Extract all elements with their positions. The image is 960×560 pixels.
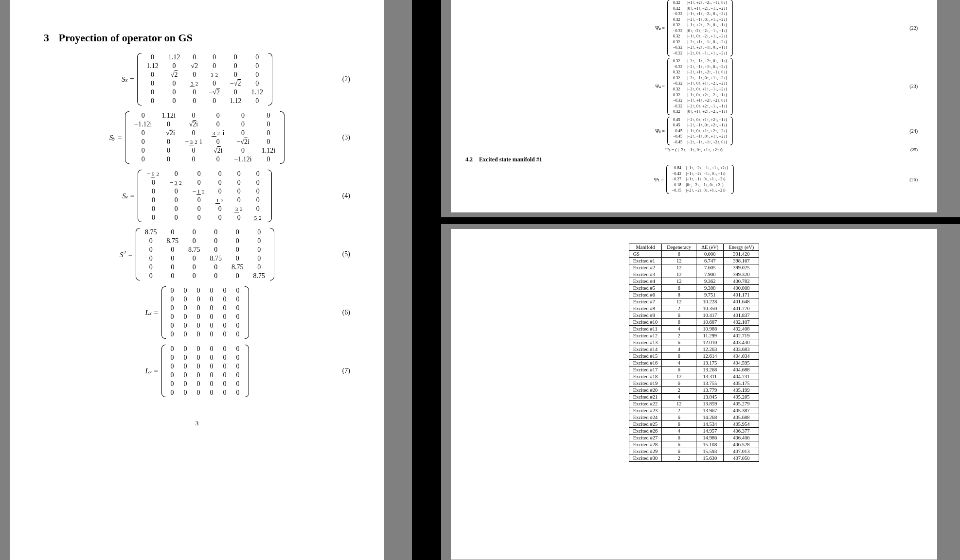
subsection-heading: 4.2 Excited state manifold #1 [465,156,923,163]
matrix-cell: 0 [204,79,225,88]
table-cell: 401.837 [724,312,759,319]
table-cell: Excited #17 [629,367,661,373]
matrix: 8.750000008.750000008.750000008.75000000… [140,228,270,280]
matrix-cell: 0 [142,53,163,62]
table-cell: 403.430 [724,339,759,346]
psi-coef: −0.32 [671,29,684,34]
table-row: Excited #17613.268404.688 [629,367,759,373]
matrix-cell: 0 [211,178,230,187]
table-cell: 6 [662,441,696,448]
matrix-cell: 32 [185,79,204,88]
matrix-equation: Sx =01.1200001.120√20000√20320000320−√20… [44,53,350,105]
table-cell: 406.528 [724,441,759,448]
table-cell: 6 [662,435,696,441]
matrix-cell: 0 [179,304,192,313]
table-row: Excited #9610.417401.837 [629,312,759,319]
matrix-cell: 0 [218,362,231,371]
equation-number: (6) [342,309,350,316]
psi-matrix: 0.32|−2↑, −1↑, +2↑, 0↓, +1↓⟩−0.32|−2↑, −… [670,58,730,115]
table-row: Excited #181213.311404.731 [629,373,759,380]
table-cell: 391.420 [724,251,759,258]
table-row: Excited #569.388400.808 [629,285,759,292]
matrix-cell: 0 [192,304,205,313]
psi-matrix: 0.45|−2↑, 0↑, +1↑, +2↑, −1↓⟩0.45|−2↑, −1… [670,117,730,146]
matrix-cell: 0 [179,313,192,321]
matrix-cell: 0 [231,345,245,353]
matrix-cell: 0 [231,353,245,362]
table-cell: Excited #14 [629,346,661,353]
psi-coef: 0.32 [671,93,684,98]
matrix-cell: 0 [165,187,188,196]
matrix-cell: 0 [142,178,165,187]
matrix-cell: 0 [165,170,188,178]
matrix-cell: 0 [230,170,249,178]
psi-equation: Ψ₄ =0.32|−2↑, −1↑, +2↑, 0↓, +1↓⟩−0.32|−2… [465,58,923,115]
matrix: −52000000−32000000−120000001200000032000… [142,170,267,222]
table-cell: 12 [662,278,696,285]
table-cell: 12 [662,258,696,264]
psi-state: |−2↑, −1↑, +1↑, +2↑, 0↓⟩ [685,140,729,145]
matrix-cell: 0 [166,380,179,388]
table-cell: 398.167 [724,258,759,264]
matrix-cell: 52 [249,213,267,222]
psi-state: |−2↑, −1↑, 0↑, +2↑, +1↓⟩ [685,123,729,128]
matrix-cell: 0 [231,380,245,388]
matrix-cell: 0 [140,245,162,254]
psi-state: |0↑, +2↑, −2↓, −1↓, +1↓⟩ [685,29,729,34]
table-row: GS60.000391.420 [629,251,759,258]
matrix-cell: 0 [257,138,280,146]
table-cell: Excited #11 [629,326,661,332]
matrix-cell: 0 [140,254,162,263]
table-row: Excited #24614.268405.688 [629,414,759,421]
matrix-cell: 0 [163,88,185,97]
psi-state: |−2↑, +1↑, +2↑, −1↓, 0↓⟩ [685,70,729,75]
table-cell: Excited #21 [629,394,661,401]
psi-coef: −0.27 [670,177,683,182]
psi-coef: −0.45 [671,140,684,145]
matrix-cell: 0 [166,330,179,339]
matrix-cell: 0 [129,138,157,146]
table-cell: 14.268 [696,414,724,421]
equation-number: (22) [909,25,918,31]
psi-matrix: −0.84|−1↑, −2↓, −1↓, +1↓, +2↓⟩−0.42|+1↑,… [669,165,731,194]
table-cell: Excited #13 [629,339,661,346]
table-cell: Excited #3 [629,271,661,278]
table-row: Excited #20213.779405.199 [629,387,759,394]
table-cell: 2 [662,387,696,394]
table-cell: Excited #12 [629,332,661,339]
table-row: Excited #26414.957406.377 [629,428,759,435]
psi-coef: −0.45 [671,129,684,134]
matrix-cell: 0 [248,228,270,237]
matrix-cell: 0 [183,263,205,272]
table-cell: 405.688 [724,414,759,421]
psi-label: Ψ₁ = [654,177,664,182]
matrix-cell: 8.75 [161,237,183,245]
table-row: Excited #8210.350401.770 [629,305,759,312]
section-number: 3 [44,32,49,44]
matrix-cell: 0 [249,187,267,196]
matrix-cell: 0 [231,362,245,371]
table-cell: 403.683 [724,346,759,353]
table-cell: 13.779 [696,387,724,394]
matrix-cell: 0 [205,371,218,380]
matrix-cell: 0 [188,170,211,178]
matrix-cell: 0 [185,53,204,62]
psi-state: |−1↑, 0↑, +1↑, −2↓, +2↓⟩ [685,81,729,86]
table-cell: 404.688 [724,367,759,373]
psi-coef: 0.45 [671,118,684,122]
matrix-cell: 0 [142,187,165,196]
matrix-cell: 0 [205,228,227,237]
matrix-equation: S2 =8.750000008.750000008.750000008.7500… [44,228,350,280]
equation-number: (7) [342,367,350,375]
psi-state: |−2↑, +1↑, −1↓, 0↓, +2↓⟩ [685,40,729,45]
psi-state: |−2↑, −1↑, 0↑, +1↓, +2↓⟩ [685,76,729,81]
matrix-cell: 0 [249,170,267,178]
psi-state: |−1↑, +1↑, +2↑, −2↓, 0↓⟩ [685,98,729,103]
matrix-cell: 0 [188,213,211,222]
table-cell: 10.988 [696,326,724,332]
psi-coef: −0.32 [671,12,684,17]
table-cell: 7.900 [696,271,724,278]
table-cell: Excited #23 [629,407,661,414]
matrix-cell: 0 [165,196,188,205]
matrix-label: Ly = [145,367,158,375]
